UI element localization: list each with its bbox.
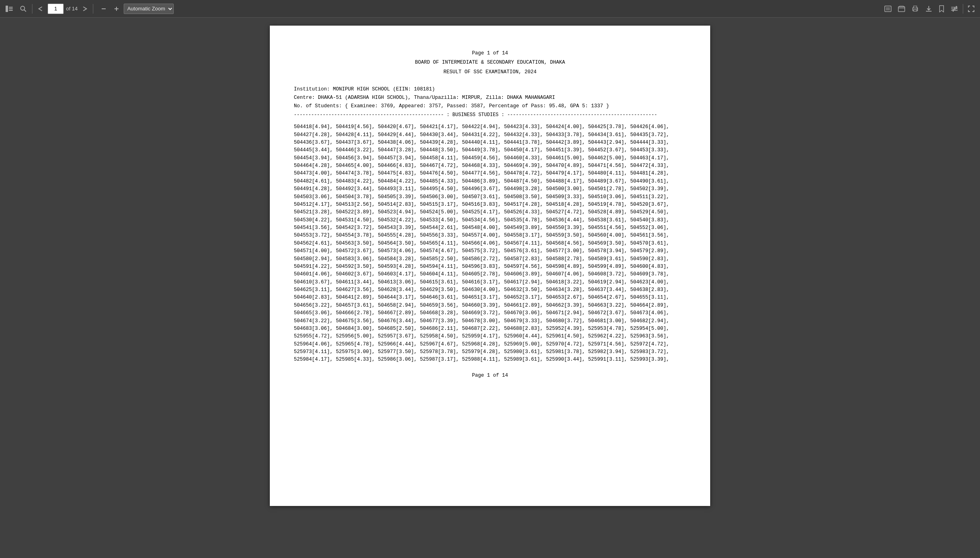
prev-page-button[interactable] xyxy=(36,4,45,13)
students-info: No. of Students: { Examinee: 3769, Appea… xyxy=(294,102,686,110)
next-page-button[interactable] xyxy=(80,4,90,13)
exam-title: RESULT OF SSC EXAMINATION, 2024 xyxy=(294,68,686,76)
svg-point-4 xyxy=(21,6,25,10)
presentation-button[interactable] xyxy=(882,4,894,14)
download-button[interactable] xyxy=(923,4,935,14)
svg-rect-11 xyxy=(898,7,905,12)
page-number-top: Page 1 of 14 xyxy=(294,50,686,57)
svg-rect-14 xyxy=(914,10,917,11)
toolbar: 1 of 14 Automatic Zoom Actual Size Page … xyxy=(0,0,980,18)
expand-button[interactable] xyxy=(966,4,977,14)
svg-rect-0 xyxy=(6,6,8,12)
section-divider: ----------------------------------------… xyxy=(294,111,686,119)
svg-point-15 xyxy=(917,8,918,9)
pdf-viewer[interactable]: Page 1 of 14 BOARD OF INTERMEDIATE & SEC… xyxy=(0,18,980,558)
tools-button[interactable] xyxy=(948,4,960,14)
result-data: 504418[4.94], 504419[4.56], 504420[4.67]… xyxy=(294,123,686,364)
separator-1 xyxy=(32,4,32,14)
open-file-button[interactable] xyxy=(896,4,908,14)
search-button[interactable] xyxy=(18,4,29,14)
zoom-out-button[interactable] xyxy=(98,4,109,14)
board-title: BOARD OF INTERMEDIATE & SECONDARY EDUCAT… xyxy=(294,59,686,66)
print-button[interactable] xyxy=(909,4,921,14)
institution-info: Institution: MONIPUR HIGH SCHOOL (EIIN: … xyxy=(294,86,686,93)
centre-info: Centre: DHAKA-51 (ADARSHA HIGH SCHOOL), … xyxy=(294,94,686,102)
page-number-input[interactable]: 1 xyxy=(48,4,64,14)
zoom-controls: Automatic Zoom Actual Size Page Fit Page… xyxy=(98,4,174,14)
separator-2 xyxy=(93,4,93,14)
svg-rect-2 xyxy=(9,8,13,9)
pdf-page: Page 1 of 14 BOARD OF INTERMEDIATE & SEC… xyxy=(270,26,710,506)
svg-line-5 xyxy=(24,10,26,12)
page-footer: Page 1 of 14 xyxy=(294,372,686,379)
svg-rect-3 xyxy=(9,10,13,11)
toolbar-right xyxy=(882,4,977,14)
separator-3 xyxy=(963,4,963,14)
bookmark-button[interactable] xyxy=(936,4,947,14)
svg-rect-10 xyxy=(886,7,890,10)
svg-rect-1 xyxy=(9,7,13,8)
toggle-sidebar-button[interactable] xyxy=(3,4,15,14)
zoom-in-button[interactable] xyxy=(111,4,122,14)
page-total: of 14 xyxy=(66,6,78,12)
zoom-select[interactable]: Automatic Zoom Actual Size Page Fit Page… xyxy=(124,4,174,14)
svg-rect-13 xyxy=(914,6,917,8)
